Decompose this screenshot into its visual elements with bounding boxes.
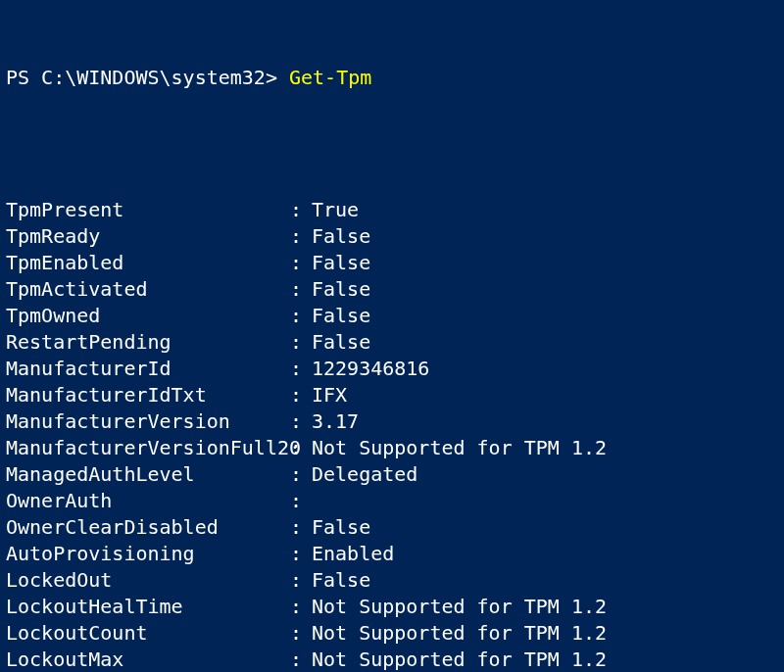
output-row: TpmPresent:True [6,197,778,223]
output-colon: : [290,567,312,594]
output-key: TpmPresent [6,197,290,223]
output-row: TpmOwned:False [6,303,778,329]
output-value: False [312,329,370,356]
output-colon: : [290,356,312,382]
output-value: Not Supported for TPM 1.2 [312,620,607,647]
output-value: Not Supported for TPM 1.2 [312,594,607,620]
powershell-terminal[interactable]: PS C:\WINDOWS\system32> Get-Tpm TpmPrese… [0,0,784,672]
output-value: False [312,303,370,329]
output-row: ManufacturerId:1229346816 [6,356,778,382]
output-colon: : [290,620,312,647]
output-colon: : [290,461,312,488]
output-value: Enabled [312,541,394,567]
output-value: Not Supported for TPM 1.2 [312,647,607,672]
output-key: ManagedAuthLevel [6,461,290,488]
prompt-prefix: PS C:\WINDOWS\system32> [6,66,289,89]
output-value: Not Supported for TPM 1.2 [312,435,607,461]
output-row: LockoutCount:Not Supported for TPM 1.2 [6,620,778,647]
output-value: 3.17 [312,408,359,435]
output-colon: : [290,382,312,408]
prompt-line: PS C:\WINDOWS\system32> Get-Tpm [6,65,778,91]
output-colon: : [290,435,312,461]
command-text: Get-Tpm [289,66,371,89]
output-row: LockoutMax:Not Supported for TPM 1.2 [6,647,778,672]
output-key: LockedOut [6,567,290,594]
output-row: ManufacturerIdTxt:IFX [6,382,778,408]
output-value: False [312,567,370,594]
output-key: RestartPending [6,329,290,356]
output-row: AutoProvisioning:Enabled [6,541,778,567]
command-output: TpmPresent:TrueTpmReady:FalseTpmEnabled:… [6,197,778,672]
output-colon: : [290,514,312,541]
output-key: ManufacturerVersion [6,408,290,435]
output-key: LockoutMax [6,647,290,672]
output-row: LockoutHealTime:Not Supported for TPM 1.… [6,594,778,620]
output-row: OwnerAuth: [6,488,778,514]
output-key: ManufacturerVersionFull20 [6,435,290,461]
output-row: ManagedAuthLevel:Delegated [6,461,778,488]
output-colon: : [290,408,312,435]
output-key: TpmReady [6,223,290,250]
output-row: LockedOut:False [6,567,778,594]
output-colon: : [290,276,312,303]
output-key: TpmOwned [6,303,290,329]
output-key: ManufacturerIdTxt [6,382,290,408]
output-key: ManufacturerId [6,356,290,382]
output-key: LockoutCount [6,620,290,647]
output-colon: : [290,488,312,514]
output-key: OwnerAuth [6,488,290,514]
output-value: False [312,223,370,250]
output-colon: : [290,647,312,672]
output-colon: : [290,541,312,567]
output-key: AutoProvisioning [6,541,290,567]
output-row: RestartPending:False [6,329,778,356]
output-colon: : [290,329,312,356]
output-row: ManufacturerVersionFull20:Not Supported … [6,435,778,461]
output-value: False [312,276,370,303]
output-row: ManufacturerVersion:3.17 [6,408,778,435]
output-value: 1229346816 [312,356,429,382]
output-row: TpmActivated:False [6,276,778,303]
output-colon: : [290,197,312,223]
output-colon: : [290,250,312,276]
output-value: IFX [312,382,347,408]
output-value: False [312,250,370,276]
output-row: TpmReady:False [6,223,778,250]
output-value: False [312,514,370,541]
output-key: TpmActivated [6,276,290,303]
output-colon: : [290,594,312,620]
output-row: OwnerClearDisabled:False [6,514,778,541]
output-row: TpmEnabled:False [6,250,778,276]
output-key: OwnerClearDisabled [6,514,290,541]
output-key: LockoutHealTime [6,594,290,620]
output-colon: : [290,223,312,250]
output-key: TpmEnabled [6,250,290,276]
output-value: True [312,197,359,223]
output-colon: : [290,303,312,329]
output-value: Delegated [312,461,417,488]
